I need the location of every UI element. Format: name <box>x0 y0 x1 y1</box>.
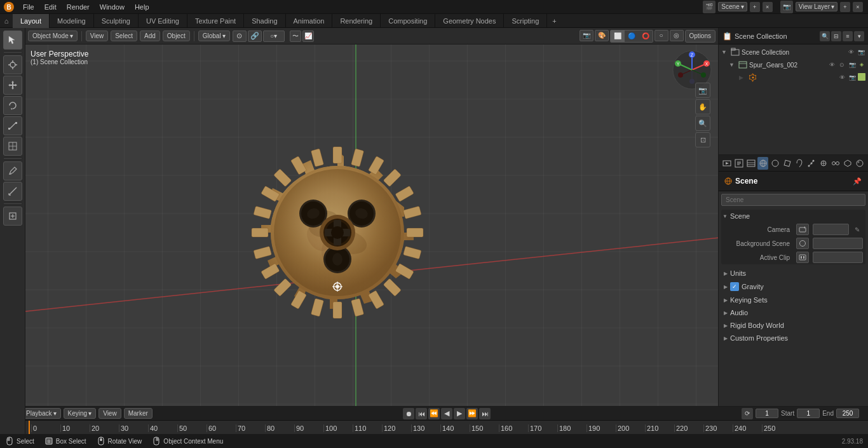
playback-menu-btn[interactable]: Playback ▾ <box>22 408 61 419</box>
prop-material-btn[interactable] <box>855 157 865 170</box>
show-overlays-btn[interactable]: ○ <box>654 30 668 41</box>
prop-output-btn[interactable] <box>733 157 744 170</box>
next-keyframe-btn[interactable]: ⏩ <box>466 408 478 419</box>
vp-frame-btn[interactable]: ⊡ <box>695 132 710 147</box>
menu-edit[interactable]: Edit <box>39 0 62 14</box>
prev-keyframe-btn[interactable]: ⏪ <box>428 408 440 419</box>
scene-collection-render-icon[interactable]: 📷 <box>857 48 865 57</box>
view-menu-btn[interactable]: File View <box>86 31 109 41</box>
vp-view-camera-btn[interactable]: 📷 <box>695 83 710 98</box>
workspace-tab-animation[interactable]: Animation <box>286 14 333 28</box>
spur-gears-view-icon[interactable]: 👁 <box>837 73 846 82</box>
gravity-checkbox[interactable]: ✓ <box>730 282 739 291</box>
spur-gears-002-render-icon[interactable]: 📷 <box>848 60 857 69</box>
end-frame-input[interactable] <box>836 409 859 418</box>
scene-collection-view-icon[interactable]: 👁 <box>846 48 855 57</box>
outliner-indent-btn[interactable]: ≡ <box>843 31 853 41</box>
pivot-point-btn[interactable]: ⊙ <box>233 31 247 42</box>
view-layer-icon-btn[interactable]: 📷 <box>780 1 793 13</box>
tool-cursor[interactable] <box>3 55 22 74</box>
tool-transform[interactable] <box>3 137 22 156</box>
keying-sets-section[interactable]: ▶ Keying Sets <box>721 294 865 306</box>
outliner-menu-btn[interactable]: ▾ <box>854 31 864 41</box>
sync-icon[interactable]: ⟳ <box>742 408 753 419</box>
units-section[interactable]: ▶ Units <box>721 267 865 280</box>
scene-selector[interactable]: Scene ▾ <box>718 2 747 11</box>
snap-btn[interactable]: 🔗 <box>248 31 262 42</box>
spur-gears-expand[interactable]: ▶ <box>739 74 747 81</box>
prop-particles-btn[interactable] <box>806 157 817 170</box>
prop-physics-btn[interactable] <box>818 157 829 170</box>
workspace-home-btn[interactable]: ⌂ <box>0 14 13 28</box>
scene-add-btn[interactable]: + <box>750 2 760 12</box>
active-clip-value[interactable] <box>813 252 863 263</box>
spur-gears-002-vis-icon[interactable]: ◈ <box>858 60 865 68</box>
scene-props-pin[interactable]: 📌 <box>851 175 863 187</box>
prop-data-btn[interactable] <box>843 157 853 170</box>
transform-selector[interactable]: Global ▾ <box>198 31 230 41</box>
prop-scene-btn[interactable] <box>757 157 768 170</box>
falloff-btn[interactable]: 〜 <box>290 31 301 42</box>
outliner-spur-gears-002[interactable]: ▼ Spur_Gears_002 👁 ⊙ 📷 ◈ <box>719 58 868 71</box>
rigid-body-world-section[interactable]: ▶ Rigid Body World <box>721 319 865 332</box>
workspace-tab-uv-editing[interactable]: UV Editing <box>139 14 187 28</box>
menu-file[interactable]: File <box>18 0 39 14</box>
add-menu-btn[interactable]: Add <box>140 31 160 41</box>
scene-collection-expand[interactable]: ▼ <box>721 49 729 55</box>
tool-add-cube[interactable] <box>3 207 22 226</box>
scene-icon-btn[interactable]: 🎬 <box>703 1 715 13</box>
play-reverse-btn[interactable]: ◀ <box>441 408 452 419</box>
gravity-section[interactable]: ▶ ✓ Gravity <box>721 280 865 294</box>
scene-subsection-header[interactable]: ▼ Scene <box>721 210 865 222</box>
workspace-tab-shading[interactable]: Shading <box>244 14 285 28</box>
tool-measure[interactable] <box>3 182 22 201</box>
outliner-spur-gears[interactable]: ▶ 👁 📷 <box>719 71 868 84</box>
workspace-tab-rendering[interactable]: Rendering <box>332 14 381 28</box>
vp-move-btn[interactable]: ✋ <box>695 99 710 114</box>
select-menu-btn[interactable]: Select <box>111 31 137 41</box>
camera-value[interactable] <box>813 224 849 235</box>
camera-view-btn[interactable]: 📷 <box>580 30 593 41</box>
scene-remove-btn[interactable]: × <box>763 2 773 12</box>
viewport-3d[interactable]: User Perspective (1) Scene Collection Z … <box>25 44 718 420</box>
audio-section[interactable]: ▶ Audio <box>721 306 865 319</box>
prop-modifier-btn[interactable] <box>794 157 804 170</box>
properties-search-input[interactable] <box>721 194 865 206</box>
keying-menu-btn[interactable]: Keying ▾ <box>64 408 97 419</box>
view-layer-add-btn[interactable]: + <box>840 2 850 12</box>
workspace-tab-texture-paint[interactable]: Texture Paint <box>187 14 244 28</box>
vp-zoom-btn[interactable]: 🔍 <box>695 116 710 131</box>
tool-move[interactable] <box>3 76 22 95</box>
viewport-shade-solid[interactable]: ⬜ <box>611 31 625 42</box>
workspace-tab-layout[interactable]: Layout <box>13 14 50 28</box>
workspace-tab-geometry-nodes[interactable]: Geometry Nodes <box>435 14 504 28</box>
current-frame-input[interactable] <box>756 409 778 418</box>
spur-gears-002-expand[interactable]: ▼ <box>729 62 736 68</box>
graph-btn[interactable]: 📈 <box>302 31 314 42</box>
prop-render-btn[interactable] <box>721 157 732 170</box>
gear-object[interactable] <box>226 121 449 344</box>
view-layer-remove-btn[interactable]: × <box>853 2 863 12</box>
prop-constraint-btn[interactable] <box>831 157 841 170</box>
timeline-ruler[interactable]: 0 10 20 30 40 50 60 70 80 90 100 110 120… <box>0 421 868 435</box>
jump-end-btn[interactable]: ⏭ <box>479 408 491 419</box>
view-layer-selector[interactable]: View Layer ▾ <box>796 2 837 11</box>
spur-gears-render-icon[interactable]: 📷 <box>848 73 857 82</box>
view-menu-btn-timeline[interactable]: View <box>98 408 121 419</box>
outliner-search-btn[interactable]: 🔍 <box>820 31 830 41</box>
object-mode-selector[interactable]: Object Mode ▾ <box>28 31 78 41</box>
viewport-shade-rendered[interactable]: ⭕ <box>639 31 653 42</box>
menu-help[interactable]: Help <box>130 0 154 14</box>
outliner-filter-btn[interactable]: ⊟ <box>831 31 841 41</box>
spur-gears-002-view-icon[interactable]: 👁 <box>827 60 836 69</box>
render-preview-btn[interactable]: 🎨 <box>595 30 609 41</box>
options-btn[interactable]: Options <box>685 30 715 43</box>
prop-world-btn[interactable] <box>770 157 780 170</box>
jump-start-btn[interactable]: ⏮ <box>416 408 427 419</box>
tool-rotate[interactable] <box>3 96 22 115</box>
tool-scale[interactable] <box>3 116 22 135</box>
workspace-tab-compositing[interactable]: Compositing <box>381 14 435 28</box>
prop-object-btn[interactable] <box>782 157 792 170</box>
start-frame-input[interactable] <box>797 409 820 418</box>
play-btn[interactable]: ▶ <box>454 408 465 419</box>
